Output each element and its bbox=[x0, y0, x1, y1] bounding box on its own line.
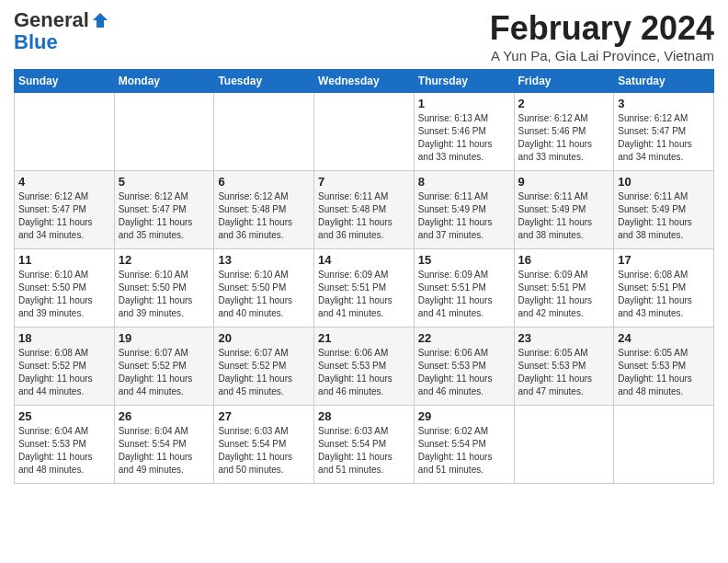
day-number: 8 bbox=[418, 175, 510, 189]
day-number: 20 bbox=[218, 331, 310, 345]
day-number: 2 bbox=[518, 97, 610, 110]
calendar-cell: 12Sunrise: 6:10 AM Sunset: 5:50 PM Dayli… bbox=[114, 249, 214, 327]
day-detail: Sunrise: 6:07 AM Sunset: 5:52 PM Dayligh… bbox=[119, 347, 210, 398]
day-detail: Sunrise: 6:12 AM Sunset: 5:47 PM Dayligh… bbox=[119, 190, 210, 242]
calendar-cell: 2Sunrise: 6:12 AM Sunset: 5:46 PM Daylig… bbox=[514, 93, 614, 171]
day-number: 25 bbox=[18, 409, 110, 423]
calendar-cell: 7Sunrise: 6:11 AM Sunset: 5:48 PM Daylig… bbox=[314, 171, 415, 249]
calendar-cell bbox=[214, 93, 314, 171]
day-detail: Sunrise: 6:09 AM Sunset: 5:51 PM Dayligh… bbox=[418, 269, 510, 320]
day-number: 12 bbox=[119, 253, 210, 267]
day-number: 6 bbox=[218, 175, 310, 189]
logo-general-text: General bbox=[14, 9, 89, 31]
day-number: 22 bbox=[418, 331, 510, 345]
day-detail: Sunrise: 6:06 AM Sunset: 5:53 PM Dayligh… bbox=[318, 347, 410, 398]
header-monday: Monday bbox=[114, 70, 214, 93]
logo-blue-text: Blue bbox=[14, 31, 58, 53]
day-detail: Sunrise: 6:10 AM Sunset: 5:50 PM Dayligh… bbox=[18, 269, 110, 320]
calendar-cell: 28Sunrise: 6:03 AM Sunset: 5:54 PM Dayli… bbox=[314, 406, 415, 484]
header-saturday: Saturday bbox=[614, 70, 714, 93]
day-detail: Sunrise: 6:03 AM Sunset: 5:54 PM Dayligh… bbox=[218, 425, 310, 477]
day-detail: Sunrise: 6:06 AM Sunset: 5:53 PM Dayligh… bbox=[418, 347, 510, 398]
calendar-cell bbox=[614, 406, 714, 484]
day-detail: Sunrise: 6:07 AM Sunset: 5:52 PM Dayligh… bbox=[218, 347, 310, 398]
calendar-cell: 11Sunrise: 6:10 AM Sunset: 5:50 PM Dayli… bbox=[15, 249, 115, 327]
calendar-cell bbox=[314, 93, 415, 171]
day-number: 26 bbox=[119, 409, 210, 423]
day-detail: Sunrise: 6:08 AM Sunset: 5:52 PM Dayligh… bbox=[18, 347, 110, 398]
day-number: 27 bbox=[218, 409, 310, 423]
calendar-header-row: SundayMondayTuesdayWednesdayThursdayFrid… bbox=[15, 70, 714, 93]
day-detail: Sunrise: 6:09 AM Sunset: 5:51 PM Dayligh… bbox=[518, 269, 610, 320]
day-number: 9 bbox=[518, 175, 610, 189]
day-number: 17 bbox=[618, 253, 710, 267]
calendar-cell: 15Sunrise: 6:09 AM Sunset: 5:51 PM Dayli… bbox=[414, 249, 514, 327]
calendar-cell: 6Sunrise: 6:12 AM Sunset: 5:48 PM Daylig… bbox=[214, 171, 314, 249]
day-detail: Sunrise: 6:12 AM Sunset: 5:48 PM Dayligh… bbox=[218, 190, 310, 242]
calendar-cell: 23Sunrise: 6:05 AM Sunset: 5:53 PM Dayli… bbox=[514, 327, 614, 406]
subtitle: A Yun Pa, Gia Lai Province, Vietnam bbox=[490, 48, 714, 63]
page-header: General Blue February 2024 A Yun Pa, Gia… bbox=[14, 9, 714, 63]
day-detail: Sunrise: 6:11 AM Sunset: 5:49 PM Dayligh… bbox=[618, 190, 710, 242]
calendar-cell: 19Sunrise: 6:07 AM Sunset: 5:52 PM Dayli… bbox=[114, 327, 214, 406]
day-detail: Sunrise: 6:12 AM Sunset: 5:47 PM Dayligh… bbox=[618, 112, 710, 164]
calendar-cell: 24Sunrise: 6:05 AM Sunset: 5:53 PM Dayli… bbox=[614, 327, 714, 406]
calendar-cell: 21Sunrise: 6:06 AM Sunset: 5:53 PM Dayli… bbox=[314, 327, 415, 406]
logo-icon bbox=[91, 11, 109, 29]
calendar-week-4: 25Sunrise: 6:04 AM Sunset: 5:53 PM Dayli… bbox=[15, 406, 714, 484]
calendar-cell bbox=[514, 406, 614, 484]
day-number: 10 bbox=[618, 175, 710, 189]
calendar-cell: 29Sunrise: 6:02 AM Sunset: 5:54 PM Dayli… bbox=[414, 406, 514, 484]
day-detail: Sunrise: 6:12 AM Sunset: 5:47 PM Dayligh… bbox=[18, 190, 110, 242]
day-detail: Sunrise: 6:04 AM Sunset: 5:53 PM Dayligh… bbox=[18, 425, 110, 477]
day-number: 21 bbox=[318, 331, 410, 345]
day-detail: Sunrise: 6:02 AM Sunset: 5:54 PM Dayligh… bbox=[418, 425, 510, 477]
calendar-cell: 14Sunrise: 6:09 AM Sunset: 5:51 PM Dayli… bbox=[314, 249, 415, 327]
day-number: 28 bbox=[318, 409, 410, 423]
day-detail: Sunrise: 6:10 AM Sunset: 5:50 PM Dayligh… bbox=[119, 269, 210, 320]
calendar-cell bbox=[114, 93, 214, 171]
day-detail: Sunrise: 6:13 AM Sunset: 5:46 PM Dayligh… bbox=[418, 112, 510, 164]
day-detail: Sunrise: 6:09 AM Sunset: 5:51 PM Dayligh… bbox=[318, 269, 410, 320]
day-number: 13 bbox=[218, 253, 310, 267]
calendar-week-2: 11Sunrise: 6:10 AM Sunset: 5:50 PM Dayli… bbox=[15, 249, 714, 327]
calendar-cell: 20Sunrise: 6:07 AM Sunset: 5:52 PM Dayli… bbox=[214, 327, 314, 406]
calendar-cell: 17Sunrise: 6:08 AM Sunset: 5:51 PM Dayli… bbox=[614, 249, 714, 327]
logo: General Blue bbox=[14, 9, 109, 53]
header-sunday: Sunday bbox=[15, 70, 115, 93]
calendar-cell: 1Sunrise: 6:13 AM Sunset: 5:46 PM Daylig… bbox=[414, 93, 514, 171]
calendar-cell: 16Sunrise: 6:09 AM Sunset: 5:51 PM Dayli… bbox=[514, 249, 614, 327]
calendar-cell: 18Sunrise: 6:08 AM Sunset: 5:52 PM Dayli… bbox=[15, 327, 115, 406]
main-title: February 2024 bbox=[490, 9, 714, 48]
day-number: 14 bbox=[318, 253, 410, 267]
header-tuesday: Tuesday bbox=[214, 70, 314, 93]
day-detail: Sunrise: 6:11 AM Sunset: 5:49 PM Dayligh… bbox=[418, 190, 510, 242]
day-detail: Sunrise: 6:11 AM Sunset: 5:49 PM Dayligh… bbox=[518, 190, 610, 242]
day-number: 11 bbox=[18, 253, 110, 267]
calendar-cell: 4Sunrise: 6:12 AM Sunset: 5:47 PM Daylig… bbox=[15, 171, 115, 249]
day-number: 5 bbox=[119, 175, 210, 189]
day-detail: Sunrise: 6:03 AM Sunset: 5:54 PM Dayligh… bbox=[318, 425, 410, 477]
header-friday: Friday bbox=[514, 70, 614, 93]
day-number: 19 bbox=[119, 331, 210, 345]
day-detail: Sunrise: 6:05 AM Sunset: 5:53 PM Dayligh… bbox=[618, 347, 710, 398]
calendar-table: SundayMondayTuesdayWednesdayThursdayFrid… bbox=[14, 69, 714, 484]
calendar-cell: 26Sunrise: 6:04 AM Sunset: 5:54 PM Dayli… bbox=[114, 406, 214, 484]
day-detail: Sunrise: 6:08 AM Sunset: 5:51 PM Dayligh… bbox=[618, 269, 710, 320]
calendar-cell: 10Sunrise: 6:11 AM Sunset: 5:49 PM Dayli… bbox=[614, 171, 714, 249]
day-detail: Sunrise: 6:11 AM Sunset: 5:48 PM Dayligh… bbox=[318, 190, 410, 242]
day-number: 4 bbox=[18, 175, 110, 189]
calendar-week-0: 1Sunrise: 6:13 AM Sunset: 5:46 PM Daylig… bbox=[15, 93, 714, 171]
calendar-week-3: 18Sunrise: 6:08 AM Sunset: 5:52 PM Dayli… bbox=[15, 327, 714, 406]
day-number: 3 bbox=[618, 97, 710, 110]
calendar-cell: 5Sunrise: 6:12 AM Sunset: 5:47 PM Daylig… bbox=[114, 171, 214, 249]
day-number: 24 bbox=[618, 331, 710, 345]
calendar-cell: 27Sunrise: 6:03 AM Sunset: 5:54 PM Dayli… bbox=[214, 406, 314, 484]
day-detail: Sunrise: 6:12 AM Sunset: 5:46 PM Dayligh… bbox=[518, 112, 610, 164]
calendar-cell: 3Sunrise: 6:12 AM Sunset: 5:47 PM Daylig… bbox=[614, 93, 714, 171]
title-block: February 2024 A Yun Pa, Gia Lai Province… bbox=[490, 9, 714, 63]
day-number: 1 bbox=[418, 97, 510, 110]
calendar-cell: 9Sunrise: 6:11 AM Sunset: 5:49 PM Daylig… bbox=[514, 171, 614, 249]
day-number: 29 bbox=[418, 409, 510, 423]
day-detail: Sunrise: 6:04 AM Sunset: 5:54 PM Dayligh… bbox=[119, 425, 210, 477]
